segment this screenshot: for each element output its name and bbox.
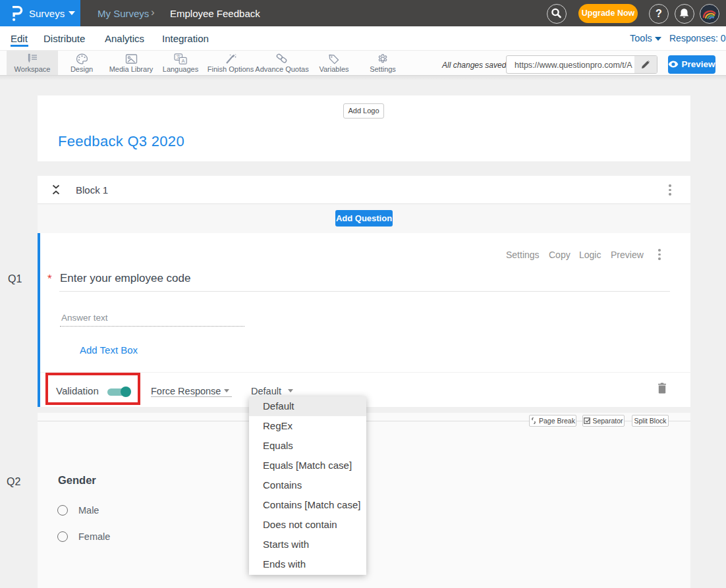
svg-text:A: A	[181, 58, 184, 64]
